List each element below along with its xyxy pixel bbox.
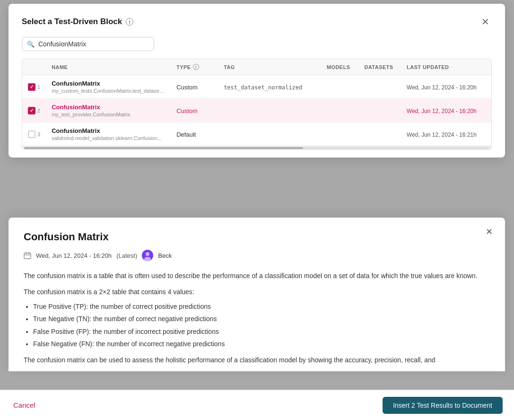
tag-cell <box>218 99 321 122</box>
bullet-item: False Negative (FN): the number of incor… <box>33 339 490 349</box>
table-row[interactable]: 1 ConfusionMatrix my_custom_tests.Confus… <box>22 75 491 99</box>
row-tag: test_dataset_normalized <box>224 84 302 91</box>
row-type: Custom <box>176 84 198 91</box>
datasets-cell <box>358 99 401 122</box>
scrollbar-track <box>24 147 489 149</box>
row-checkbox[interactable] <box>28 107 35 114</box>
row-number: 3 <box>37 131 40 137</box>
desc-p3: The confusion matrix can be used to asse… <box>24 355 490 365</box>
panel-description: The confusion matrix is a table that is … <box>24 271 490 366</box>
row-name-secondary: my_custom_tests.ConfusionMatrix:test_dat… <box>52 88 165 94</box>
checkbox-cell: 1 <box>22 75 46 99</box>
col-header-tag: TAG <box>218 59 321 75</box>
updated-cell: Wed, Jun 12, 2024 - 16:20h <box>401 99 491 122</box>
table-row[interactable]: 2 ConfusionMatrix my_test_provider.Confu… <box>22 99 491 122</box>
close-button[interactable]: ✕ <box>479 15 492 28</box>
panel-title: Confusion Matrix <box>24 231 490 243</box>
tag-cell <box>218 122 321 146</box>
row-type: Custom <box>176 107 198 114</box>
checkbox-cell: 2 <box>22 99 46 122</box>
col-header-type: TYPE i <box>171 59 218 75</box>
col-header-models: MODELS <box>321 59 359 75</box>
scrollbar-hint <box>22 146 491 149</box>
results-table-container: NAME TYPE i TAG MODELS DATASETS LAST UPD… <box>22 59 492 150</box>
bullet-item: True Negative (TN): the number of correc… <box>33 314 490 324</box>
scrollbar-thumb <box>24 147 303 149</box>
bullet-item: True Positive (TP): the number of correc… <box>33 301 490 312</box>
top-modal: Select a Test-Driven Block i ✕ 🔍 NAME TY… <box>9 4 505 158</box>
models-cell <box>321 75 359 99</box>
name-cell: ConfusionMatrix validmind.model_validati… <box>46 122 171 146</box>
search-bar-container: 🔍 <box>22 37 154 51</box>
table-row[interactable]: 3 ConfusionMatrix validmind.model_valida… <box>22 122 491 146</box>
latest-badge: (Latest) <box>116 252 137 259</box>
type-info-icon[interactable]: i <box>193 64 199 70</box>
bullet-item: False Positive (FP): the number of incor… <box>33 326 490 337</box>
panel-close-button[interactable]: ✕ <box>482 225 496 238</box>
cancel-button[interactable]: Cancel <box>11 397 37 413</box>
type-cell: Default <box>171 122 218 146</box>
panel-meta: Wed, Jun 12, 2024 - 16:20h (Latest) Beck <box>24 250 490 261</box>
name-cell: ConfusionMatrix my_test_provider.Confusi… <box>46 99 171 122</box>
row-updated: Wed, Jun 12, 2024 - 16:21h <box>407 131 477 138</box>
row-name-primary: ConfusionMatrix <box>52 80 165 87</box>
svg-point-5 <box>146 252 149 256</box>
bullet-list: True Positive (TP): the number of correc… <box>33 301 490 350</box>
modal-header: Select a Test-Driven Block i ✕ <box>22 15 492 28</box>
row-updated: Wed, Jun 12, 2024 - 16:20h <box>407 108 477 114</box>
calendar-icon <box>24 252 31 259</box>
row-updated: Wed, Jun 12, 2024 - 16:20h <box>407 84 477 91</box>
col-header-name: NAME <box>46 59 171 75</box>
type-cell: Custom <box>171 99 218 122</box>
row-checkbox[interactable] <box>28 83 35 91</box>
modal-title: Select a Test-Driven Block i <box>22 17 133 26</box>
checkbox-cell: 3 <box>22 122 46 146</box>
row-checkbox[interactable] <box>28 131 35 138</box>
updated-cell: Wed, Jun 12, 2024 - 16:20h <box>401 75 491 99</box>
meta-date: Wed, Jun 12, 2024 - 16:20h <box>36 252 112 259</box>
search-icon: 🔍 <box>27 41 35 48</box>
updated-cell: Wed, Jun 12, 2024 - 16:21h <box>401 122 491 146</box>
row-number: 1 <box>37 84 40 90</box>
modal-title-text: Select a Test-Driven Block <box>22 17 122 26</box>
search-input[interactable] <box>38 40 149 48</box>
col-header-datasets: DATASETS <box>358 59 401 75</box>
col-header-updated: LAST UPDATED <box>401 59 491 75</box>
models-cell <box>321 122 359 146</box>
author-name: Beck <box>158 252 172 259</box>
info-icon[interactable]: i <box>126 18 133 26</box>
insert-button[interactable]: Insert 2 Test Results to Document <box>383 397 503 414</box>
tag-cell: test_dataset_normalized <box>218 75 321 99</box>
results-table: NAME TYPE i TAG MODELS DATASETS LAST UPD… <box>22 59 491 146</box>
row-type: Default <box>176 131 196 138</box>
datasets-cell <box>358 122 401 146</box>
modal-backdrop: Select a Test-Driven Block i ✕ 🔍 NAME TY… <box>0 0 514 420</box>
row-number: 2 <box>37 108 40 114</box>
desc-p1: The confusion matrix is a table that is … <box>24 271 490 281</box>
row-name-primary: ConfusionMatrix <box>52 127 165 134</box>
type-cell: Custom <box>171 75 218 99</box>
avatar <box>142 250 153 261</box>
datasets-cell <box>358 75 401 99</box>
row-name-secondary: my_test_provider.ConfusionMatrix <box>52 112 165 117</box>
col-header-checkbox <box>22 59 46 75</box>
desc-p2: The confusion matrix is a 2×2 table that… <box>24 287 490 297</box>
svg-rect-0 <box>24 253 31 259</box>
models-cell <box>321 99 359 122</box>
name-cell: ConfusionMatrix my_custom_tests.Confusio… <box>46 75 171 99</box>
detail-panel: ✕ Confusion Matrix Wed, Jun 12, 2024 - 1… <box>9 218 505 371</box>
footer-bar: Cancel Insert 2 Test Results to Document <box>0 390 514 420</box>
row-name-primary: ConfusionMatrix <box>52 104 165 111</box>
row-name-secondary: validmind.model_validation.sklearn.Confu… <box>52 135 165 141</box>
